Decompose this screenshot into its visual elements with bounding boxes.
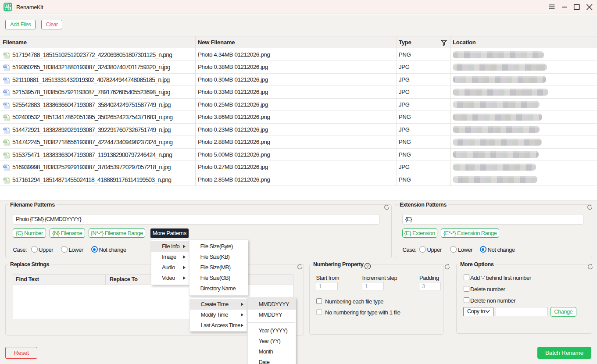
svg-text:JPG: JPG (4, 166, 7, 168)
svg-text:PNG: PNG (4, 54, 7, 55)
svg-text:PNG: PNG (4, 153, 7, 155)
svg-text:A: A (6, 4, 8, 7)
svg-text:PNG: PNG (4, 116, 7, 118)
svg-text:JPG: JPG (4, 128, 7, 130)
svg-text:PNG: PNG (4, 178, 7, 180)
svg-text:JPG: JPG (4, 79, 7, 80)
svg-text:JPG: JPG (4, 103, 7, 105)
svg-text:B: B (8, 7, 11, 10)
svg-text:JPG: JPG (4, 91, 7, 93)
svg-text:?: ? (366, 264, 368, 268)
svg-text:PNG: PNG (4, 141, 7, 143)
svg-text:JPG: JPG (4, 66, 7, 68)
